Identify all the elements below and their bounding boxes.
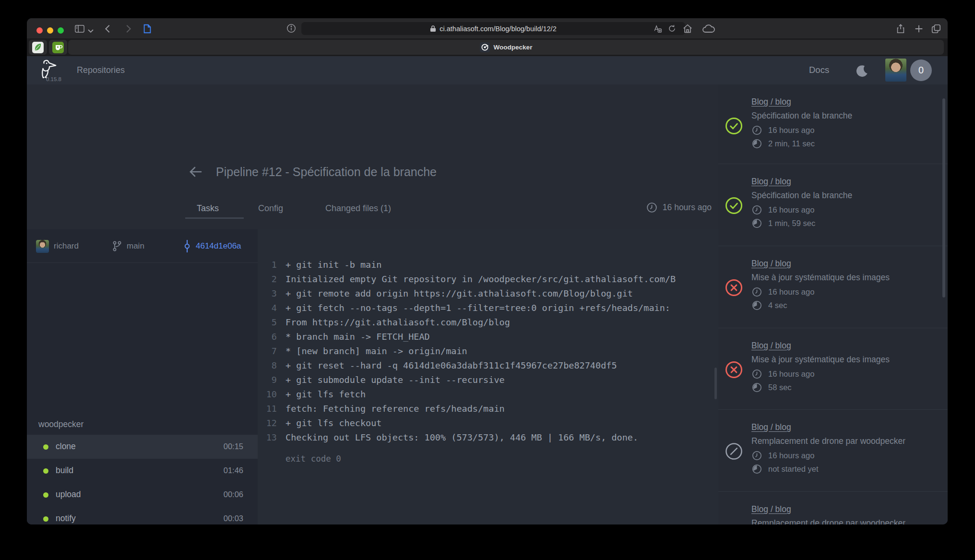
repo-link[interactable]: Blog / blog: [751, 97, 791, 107]
log-output[interactable]: 1+ git init -b main 2Initialized empty G…: [258, 229, 718, 524]
commit-message: Mise à jour systématique des images: [751, 273, 890, 283]
log-line: 3+ git remote add origin https://git.ath…: [258, 288, 718, 303]
forward-icon[interactable]: [123, 24, 133, 34]
pipeline-time: 16 hours ago: [768, 369, 814, 379]
pipeline-main: Pipeline #12 - Spécification de la branc…: [27, 84, 718, 524]
step-status-dot: [43, 492, 48, 498]
duration-icon: [751, 300, 762, 311]
clock-icon: [751, 286, 762, 298]
pipeline-created-time: 16 hours ago: [663, 203, 712, 213]
workflow-name: woodpecker: [38, 419, 83, 429]
pinned-tab-leaf[interactable]: [29, 40, 47, 55]
log-line: 12+ git lfs checkout: [258, 418, 718, 432]
home-icon[interactable]: [682, 24, 693, 34]
step-duration: 00:06: [224, 490, 243, 499]
commit-message: Spécification de la branche: [751, 111, 852, 121]
woodpecker-logo[interactable]: [37, 59, 59, 78]
page-scrollbar-thumb[interactable]: [942, 98, 945, 298]
tab-overview-icon[interactable]: [931, 24, 941, 34]
dark-mode-moon-icon[interactable]: [855, 64, 869, 78]
window-minimize-button[interactable]: [47, 27, 53, 34]
pipeline-duration: 4 sec: [768, 301, 787, 310]
failure-icon: [725, 361, 743, 379]
failure-icon: [725, 279, 743, 297]
step-duration: 01:46: [224, 466, 243, 475]
pipeline-card[interactable]: Blog / blog Mise à jour systématique des…: [718, 328, 948, 409]
clock-icon: [751, 369, 762, 380]
chevron-down-icon[interactable]: [88, 26, 94, 36]
step-clone[interactable]: clone 00:15: [27, 435, 258, 459]
duration-icon: [751, 218, 762, 229]
commit-message: Remplacement de drone par woodpecker: [751, 518, 905, 524]
user-avatar[interactable]: [885, 59, 906, 82]
app-header: 0.15.8 Repositories Docs 0: [27, 56, 948, 84]
pipeline-card[interactable]: Blog / blog Spécification de la branche …: [718, 84, 948, 164]
pipeline-card[interactable]: Blog / blog Remplacement de drone par wo…: [718, 491, 948, 524]
tab-tasks[interactable]: Tasks: [197, 203, 219, 214]
pinned-tab-gitea[interactable]: [49, 40, 67, 55]
step-name: upload: [56, 489, 81, 500]
log-line: 11fetch: Fetching reference refs/heads/m…: [258, 404, 718, 418]
commit-hash-link[interactable]: 4614d1e06a: [196, 241, 241, 251]
translate-icon[interactable]: [653, 24, 662, 33]
repo-link[interactable]: Blog / blog: [751, 422, 791, 432]
tab-config[interactable]: Config: [258, 203, 283, 214]
pipeline-duration: not started yet: [768, 465, 819, 474]
tab-title: Woodpecker: [494, 44, 533, 51]
tab-changed-files[interactable]: Changed files (1): [325, 203, 391, 214]
window-zoom-button[interactable]: [58, 27, 64, 34]
back-icon[interactable]: [103, 24, 113, 34]
step-notify[interactable]: notify 00:03: [27, 507, 258, 524]
pipeline-duration: 1 min, 59 sec: [768, 219, 815, 228]
step-name: notify: [56, 513, 76, 524]
clock-icon: [646, 202, 658, 214]
notification-badge[interactable]: 0: [910, 60, 932, 81]
commit-message: Spécification de la branche: [751, 191, 852, 201]
step-upload[interactable]: upload 00:06: [27, 483, 258, 507]
branch-icon: [112, 241, 122, 251]
duration-icon: [751, 138, 762, 149]
build-info-row: richard main 4614d1e06a: [27, 229, 258, 263]
info-icon[interactable]: [286, 23, 297, 34]
pipeline-card[interactable]: Blog / blog Mise à jour systématique des…: [718, 246, 948, 328]
back-arrow-button[interactable]: [187, 163, 204, 180]
exit-code: exit code 0: [285, 454, 341, 464]
pipeline-duration: 2 min, 11 sec: [768, 139, 815, 148]
reader-page-icon[interactable]: [142, 24, 153, 34]
step-status-dot: [43, 516, 48, 522]
commit-message: Mise à jour systématique des images: [751, 355, 890, 365]
nav-repositories[interactable]: Repositories: [77, 65, 125, 75]
step-status-dot: [43, 444, 48, 450]
sidebar-toggle-icon[interactable]: [74, 24, 85, 34]
log-line: 9+ git submodule update --init --recursi…: [258, 375, 718, 389]
branch-name: main: [127, 241, 144, 251]
log-line: 6* branch main -> FETCH_HEAD: [258, 332, 718, 346]
log-scrollbar-thumb[interactable]: [714, 368, 717, 399]
clock-icon: [751, 450, 762, 461]
cloud-icon[interactable]: [702, 24, 716, 34]
reload-icon[interactable]: [667, 24, 677, 33]
browser-window: ci.athaliasoft.com/Blog/blog/build/12/2: [27, 18, 948, 524]
window-close-button[interactable]: [36, 27, 43, 34]
log-line: 4+ git fetch --no-tags --depth=1 --filte…: [258, 303, 718, 317]
clock-icon: [751, 204, 762, 215]
step-build[interactable]: build 01:46: [27, 459, 258, 483]
skipped-icon: [725, 442, 743, 460]
gitea-favicon: [52, 42, 64, 53]
pipeline-card[interactable]: Blog / blog Remplacement de drone par wo…: [718, 409, 948, 491]
log-line: 8+ git reset --hard -q 4614d1e06a3dabf31…: [258, 360, 718, 375]
share-icon[interactable]: [895, 24, 906, 34]
repo-link[interactable]: Blog / blog: [751, 259, 791, 269]
pipeline-card[interactable]: Blog / blog Spécification de la branche …: [718, 164, 948, 246]
lock-icon: [430, 25, 436, 32]
new-tab-icon[interactable]: [914, 24, 924, 34]
docs-link[interactable]: Docs: [809, 65, 829, 75]
pipeline-time: 16 hours ago: [768, 205, 814, 214]
step-duration: 00:15: [224, 442, 243, 451]
repo-link[interactable]: Blog / blog: [751, 504, 791, 514]
success-icon: [725, 197, 743, 214]
repo-link[interactable]: Blog / blog: [751, 177, 791, 187]
address-bar[interactable]: ci.athaliasoft.com/Blog/blog/build/12/2: [301, 22, 685, 35]
tab-woodpecker[interactable]: Woodpecker: [68, 40, 944, 55]
repo-link[interactable]: Blog / blog: [751, 341, 791, 351]
